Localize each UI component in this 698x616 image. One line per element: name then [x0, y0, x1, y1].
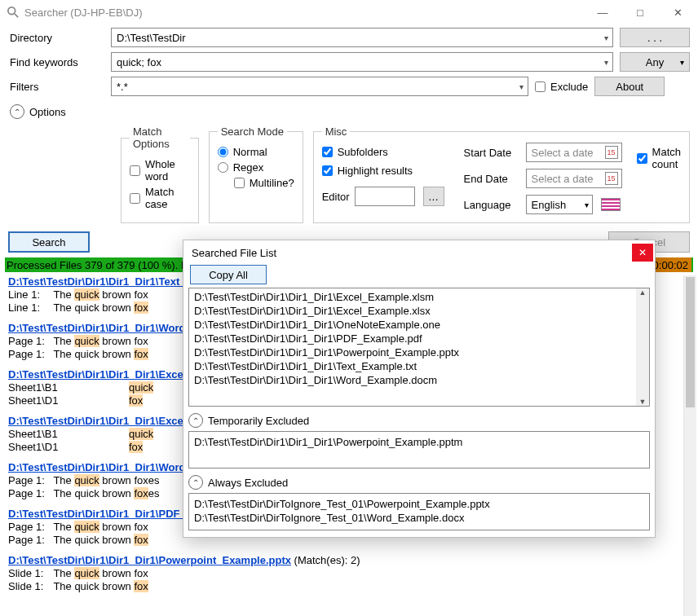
- about-button[interactable]: About: [594, 77, 665, 96]
- result-file-link[interactable]: D:\Test\TestDir\Dir1\Dir1_Dir1\Text_Ex: [8, 275, 198, 288]
- search-button[interactable]: Search: [8, 231, 90, 253]
- temp-excluded-listbox[interactable]: D:\Test\TestDir\Dir1\Dir1_Dir1\Powerpoin…: [188, 431, 650, 469]
- close-button[interactable]: ✕: [659, 0, 696, 24]
- list-item[interactable]: D:\Test\TestDir\Dir1\Dir1_Dir1\Excel_Exa…: [194, 304, 634, 318]
- listbox-scrollbar[interactable]: ▲ ▼: [636, 288, 649, 406]
- result-file-link[interactable]: D:\Test\TestDir\Dir1\Dir1_Dir1\PDF_Ex: [8, 508, 199, 520]
- start-date-picker[interactable]: Select a date 15: [526, 143, 622, 162]
- directory-label: Directory: [8, 32, 111, 44]
- misc-legend: Misc: [322, 125, 351, 138]
- match-options-group: Match Options Whole word Match case: [121, 125, 199, 223]
- svg-point-0: [8, 7, 15, 15]
- always-excluded-label: Always Excluded: [208, 477, 288, 489]
- misc-group: Misc Subfolders Highlight results Editor…: [313, 125, 690, 223]
- searched-files-listbox[interactable]: D:\Test\TestDir\Dir1\Dir1_Dir1\Excel_Exa…: [188, 288, 650, 407]
- result-block: D:\Test\TestDir\Dir1\Dir1_Dir1\Powerpoin…: [8, 554, 690, 592]
- editor-input[interactable]: [355, 187, 415, 206]
- match-options-legend: Match Options: [130, 125, 190, 150]
- chevron-down-icon: ▾: [585, 200, 589, 209]
- exclude-checkbox[interactable]: Exclude: [535, 81, 588, 93]
- popup-close-button[interactable]: ✕: [632, 244, 653, 262]
- options-collapse-icon[interactable]: ⌃: [10, 104, 24, 119]
- popup-title: Searched File List: [192, 247, 632, 259]
- filters-input[interactable]: [111, 77, 528, 96]
- match-case-checkbox[interactable]: Match case: [130, 186, 190, 210]
- result-file-link[interactable]: D:\Test\TestDir\Dir1\Dir1_Dir1\Excel_E: [8, 368, 199, 381]
- scroll-up-icon: ▲: [639, 288, 647, 297]
- svg-line-1: [15, 14, 18, 17]
- options-label: Options: [29, 106, 66, 118]
- window-title: Searcher (DJ-HP-EB\DJ): [24, 7, 584, 19]
- result-file-link[interactable]: D:\Test\TestDir\Dir1\Dir1_Dir1\Powerpoin…: [8, 554, 291, 566]
- start-date-label: Start Date: [464, 147, 518, 159]
- list-item[interactable]: D:\Test\TestDir\Dir1\Dir1_Dir1\PDF_Examp…: [194, 332, 634, 345]
- list-item[interactable]: D:\Test\TestDir\Dir1\Dir1_Dir1\OneNoteEx…: [194, 318, 634, 332]
- result-file-link[interactable]: D:\Test\TestDir\Dir1\Dir1_Dir1\Word_E: [8, 461, 198, 473]
- status-text: Processed Files 379 of 379 (100 %). Fou: [7, 259, 199, 271]
- subfolders-checkbox[interactable]: Subfolders: [322, 146, 444, 158]
- normal-radio[interactable]: Normal: [218, 146, 294, 158]
- match-count-checkbox[interactable]: Match count: [637, 146, 681, 170]
- language-select[interactable]: English ▾: [526, 195, 593, 214]
- list-item[interactable]: D:\Test\TestDir\DirToIgnore_Test_01\Powe…: [194, 497, 644, 511]
- search-mode-legend: Search Mode: [218, 125, 287, 138]
- editor-label: Editor: [322, 191, 350, 203]
- result-file-link[interactable]: D:\Test\TestDir\Dir1\Dir1_Dir1\Excel_E: [8, 415, 199, 427]
- end-date-label: End Date: [464, 173, 518, 185]
- highlight-checkbox[interactable]: Highlight results: [322, 165, 444, 177]
- list-item[interactable]: D:\Test\TestDir\DirToIgnore_Test_01\Word…: [194, 511, 644, 525]
- multiline-checkbox[interactable]: Multiline?: [234, 177, 294, 189]
- result-line: Slide 1: The quick brown fox: [8, 567, 690, 579]
- app-icon: [7, 6, 20, 19]
- any-button[interactable]: Any ▾: [620, 52, 690, 72]
- browse-button[interactable]: . . .: [620, 28, 690, 47]
- uk-flag-icon: [601, 198, 621, 211]
- any-button-label: Any: [646, 56, 664, 68]
- directory-input[interactable]: [111, 28, 613, 47]
- scroll-thumb[interactable]: [686, 277, 695, 407]
- title-bar: Searcher (DJ-HP-EB\DJ) ― □ ✕: [0, 0, 698, 24]
- collapse-icon[interactable]: ⌃: [188, 413, 203, 428]
- keywords-input[interactable]: [111, 52, 613, 72]
- list-item[interactable]: D:\Test\TestDir\Dir1\Dir1_Dir1\Word_Exam…: [194, 373, 634, 387]
- calendar-icon: 15: [605, 172, 618, 185]
- collapse-icon[interactable]: ⌃: [188, 475, 203, 490]
- minimize-button[interactable]: ―: [584, 0, 621, 24]
- result-line: Slide 1: The quick brown fox: [8, 580, 690, 592]
- calendar-icon: 15: [605, 146, 618, 159]
- maximize-button[interactable]: □: [621, 0, 659, 24]
- result-file-link[interactable]: D:\Test\TestDir\Dir1\Dir1_Dir1\Word_E: [8, 322, 198, 334]
- list-item[interactable]: D:\Test\TestDir\Dir1\Dir1_Dir1\Powerpoin…: [194, 435, 644, 449]
- whole-word-checkbox[interactable]: Whole word: [130, 158, 190, 183]
- end-date-picker[interactable]: Select a date 15: [526, 169, 622, 188]
- match-count: (Match(es): 2): [291, 554, 360, 566]
- searched-file-list-popup: Searched File List ✕ Copy All D:\Test\Te…: [183, 240, 656, 538]
- filters-label: Filters: [8, 81, 111, 93]
- keywords-label: Find keywords: [8, 56, 111, 68]
- scroll-down-icon: ▼: [639, 398, 647, 406]
- list-item[interactable]: D:\Test\TestDir\Dir1\Dir1_Dir1\Excel_Exa…: [194, 290, 634, 304]
- regex-radio[interactable]: Regex: [218, 161, 294, 174]
- search-mode-group: Search Mode Normal Regex Multiline?: [209, 125, 303, 223]
- list-item[interactable]: D:\Test\TestDir\Dir1\Dir1_Dir1\Text_Exam…: [194, 359, 634, 373]
- copy-all-button[interactable]: Copy All: [190, 265, 267, 284]
- temp-excluded-label: Temporarily Excluded: [208, 415, 309, 427]
- always-excluded-listbox[interactable]: D:\Test\TestDir\DirToIgnore_Test_01\Powe…: [188, 493, 650, 530]
- list-item[interactable]: D:\Test\TestDir\Dir1\Dir1_Dir1\Powerpoin…: [194, 345, 634, 359]
- editor-browse-button[interactable]: …: [423, 187, 444, 206]
- chevron-down-icon: ▾: [680, 58, 684, 67]
- results-scrollbar[interactable]: [683, 275, 696, 616]
- language-label: Language: [464, 199, 518, 211]
